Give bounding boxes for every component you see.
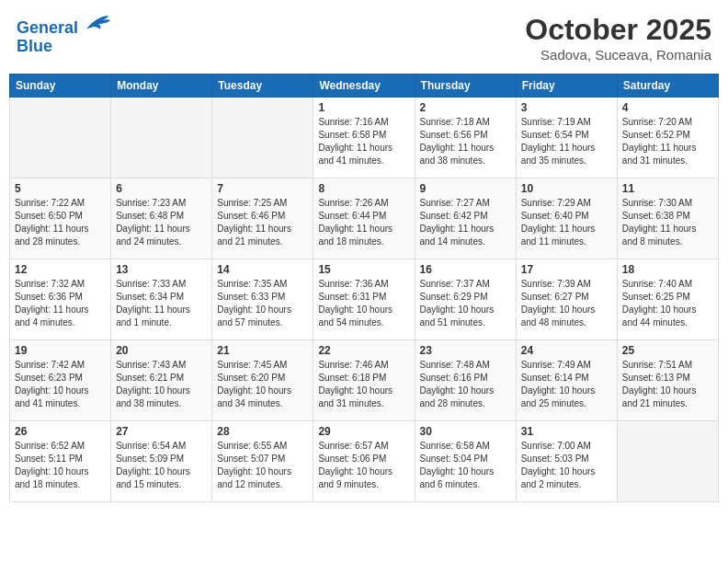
calendar-cell: 16Sunrise: 7:37 AM Sunset: 6:29 PM Dayli… <box>415 259 516 340</box>
calendar-cell: 18Sunrise: 7:40 AM Sunset: 6:25 PM Dayli… <box>617 259 718 340</box>
month-title: October 2025 <box>525 13 711 47</box>
day-number: 5 <box>15 182 106 195</box>
day-info: Sunrise: 7:36 AM Sunset: 6:31 PM Dayligh… <box>318 278 409 329</box>
day-number: 26 <box>15 425 106 438</box>
day-number: 27 <box>116 425 207 438</box>
day-info: Sunrise: 6:57 AM Sunset: 5:06 PM Dayligh… <box>318 440 409 491</box>
day-info: Sunrise: 7:51 AM Sunset: 6:13 PM Dayligh… <box>622 359 713 410</box>
day-number: 22 <box>318 344 409 357</box>
day-info: Sunrise: 7:42 AM Sunset: 6:23 PM Dayligh… <box>15 359 106 410</box>
weekday-header-friday: Friday <box>516 75 617 98</box>
day-number: 11 <box>622 182 713 195</box>
location: Sadova, Suceava, Romania <box>525 47 711 63</box>
calendar-cell: 31Sunrise: 7:00 AM Sunset: 5:03 PM Dayli… <box>516 421 617 502</box>
weekday-header-thursday: Thursday <box>415 75 516 98</box>
calendar-cell: 28Sunrise: 6:55 AM Sunset: 5:07 PM Dayli… <box>212 421 313 502</box>
calendar-cell: 21Sunrise: 7:45 AM Sunset: 6:20 PM Dayli… <box>212 340 313 421</box>
calendar-cell: 1Sunrise: 7:16 AM Sunset: 6:58 PM Daylig… <box>313 98 415 178</box>
day-number: 6 <box>116 182 207 195</box>
weekday-header-row: SundayMondayTuesdayWednesdayThursdayFrid… <box>10 75 719 98</box>
day-info: Sunrise: 7:40 AM Sunset: 6:25 PM Dayligh… <box>622 278 713 329</box>
day-info: Sunrise: 7:27 AM Sunset: 6:42 PM Dayligh… <box>420 197 511 248</box>
calendar-cell: 12Sunrise: 7:32 AM Sunset: 6:36 PM Dayli… <box>10 259 111 340</box>
day-number: 28 <box>217 425 308 438</box>
day-number: 2 <box>420 101 511 114</box>
calendar-cell <box>617 421 718 502</box>
calendar-cell: 30Sunrise: 6:58 AM Sunset: 5:04 PM Dayli… <box>415 421 516 502</box>
day-number: 1 <box>318 101 409 114</box>
day-number: 14 <box>217 263 308 276</box>
day-info: Sunrise: 6:55 AM Sunset: 5:07 PM Dayligh… <box>217 440 308 491</box>
day-info: Sunrise: 6:54 AM Sunset: 5:09 PM Dayligh… <box>116 440 207 491</box>
day-number: 21 <box>217 344 308 357</box>
day-number: 31 <box>521 425 612 438</box>
calendar-cell: 8Sunrise: 7:26 AM Sunset: 6:44 PM Daylig… <box>313 178 415 259</box>
day-number: 23 <box>420 344 511 357</box>
calendar-cell: 14Sunrise: 7:35 AM Sunset: 6:33 PM Dayli… <box>212 259 313 340</box>
logo-blue: Blue <box>17 37 52 55</box>
day-number: 25 <box>622 344 713 357</box>
day-info: Sunrise: 7:26 AM Sunset: 6:44 PM Dayligh… <box>318 197 409 248</box>
day-info: Sunrise: 7:37 AM Sunset: 6:29 PM Dayligh… <box>420 278 511 329</box>
day-info: Sunrise: 7:48 AM Sunset: 6:16 PM Dayligh… <box>420 359 511 410</box>
day-info: Sunrise: 6:52 AM Sunset: 5:11 PM Dayligh… <box>15 440 106 491</box>
calendar-cell: 15Sunrise: 7:36 AM Sunset: 6:31 PM Dayli… <box>313 259 415 340</box>
day-info: Sunrise: 7:19 AM Sunset: 6:54 PM Dayligh… <box>521 116 612 167</box>
calendar-week-4: 19Sunrise: 7:42 AM Sunset: 6:23 PM Dayli… <box>10 340 719 421</box>
day-info: Sunrise: 7:16 AM Sunset: 6:58 PM Dayligh… <box>318 116 409 167</box>
weekday-header-wednesday: Wednesday <box>313 75 415 98</box>
day-number: 17 <box>521 263 612 276</box>
calendar-cell: 2Sunrise: 7:18 AM Sunset: 6:56 PM Daylig… <box>415 98 516 178</box>
logo-bird-icon <box>85 13 110 33</box>
day-info: Sunrise: 7:39 AM Sunset: 6:27 PM Dayligh… <box>521 278 612 329</box>
day-info: Sunrise: 7:46 AM Sunset: 6:18 PM Dayligh… <box>318 359 409 410</box>
calendar-cell: 5Sunrise: 7:22 AM Sunset: 6:50 PM Daylig… <box>10 178 111 259</box>
day-number: 15 <box>318 263 409 276</box>
calendar-cell: 24Sunrise: 7:49 AM Sunset: 6:14 PM Dayli… <box>516 340 617 421</box>
day-info: Sunrise: 7:22 AM Sunset: 6:50 PM Dayligh… <box>15 197 106 248</box>
day-info: Sunrise: 7:49 AM Sunset: 6:14 PM Dayligh… <box>521 359 612 410</box>
calendar-cell <box>111 98 212 178</box>
day-number: 4 <box>622 101 713 114</box>
calendar-cell <box>212 98 313 178</box>
page-header: General Blue October 2025 Sadova, Suceav… <box>9 9 719 66</box>
day-number: 13 <box>116 263 207 276</box>
day-number: 18 <box>622 263 713 276</box>
day-info: Sunrise: 7:18 AM Sunset: 6:56 PM Dayligh… <box>420 116 511 167</box>
day-number: 29 <box>318 425 409 438</box>
day-info: Sunrise: 7:23 AM Sunset: 6:48 PM Dayligh… <box>116 197 207 248</box>
calendar-cell: 23Sunrise: 7:48 AM Sunset: 6:16 PM Dayli… <box>415 340 516 421</box>
calendar-week-2: 5Sunrise: 7:22 AM Sunset: 6:50 PM Daylig… <box>10 178 719 259</box>
calendar-cell: 19Sunrise: 7:42 AM Sunset: 6:23 PM Dayli… <box>10 340 111 421</box>
day-info: Sunrise: 7:30 AM Sunset: 6:38 PM Dayligh… <box>622 197 713 248</box>
calendar-cell: 7Sunrise: 7:25 AM Sunset: 6:46 PM Daylig… <box>212 178 313 259</box>
title-section: October 2025 Sadova, Suceava, Romania <box>525 13 711 63</box>
day-number: 8 <box>318 182 409 195</box>
calendar-cell: 17Sunrise: 7:39 AM Sunset: 6:27 PM Dayli… <box>516 259 617 340</box>
calendar-cell: 27Sunrise: 6:54 AM Sunset: 5:09 PM Dayli… <box>111 421 212 502</box>
weekday-header-saturday: Saturday <box>617 75 718 98</box>
calendar-cell <box>10 98 111 178</box>
day-number: 16 <box>420 263 511 276</box>
day-info: Sunrise: 7:43 AM Sunset: 6:21 PM Dayligh… <box>116 359 207 410</box>
day-number: 12 <box>15 263 106 276</box>
calendar-cell: 26Sunrise: 6:52 AM Sunset: 5:11 PM Dayli… <box>10 421 111 502</box>
calendar-cell: 10Sunrise: 7:29 AM Sunset: 6:40 PM Dayli… <box>516 178 617 259</box>
calendar-week-1: 1Sunrise: 7:16 AM Sunset: 6:58 PM Daylig… <box>10 98 719 178</box>
day-info: Sunrise: 7:20 AM Sunset: 6:52 PM Dayligh… <box>622 116 713 167</box>
calendar-cell: 11Sunrise: 7:30 AM Sunset: 6:38 PM Dayli… <box>617 178 718 259</box>
calendar-cell: 25Sunrise: 7:51 AM Sunset: 6:13 PM Dayli… <box>617 340 718 421</box>
weekday-header-tuesday: Tuesday <box>212 75 313 98</box>
logo: General Blue <box>17 13 110 56</box>
day-number: 30 <box>420 425 511 438</box>
day-info: Sunrise: 6:58 AM Sunset: 5:04 PM Dayligh… <box>420 440 511 491</box>
calendar-table: SundayMondayTuesdayWednesdayThursdayFrid… <box>9 74 719 502</box>
day-info: Sunrise: 7:45 AM Sunset: 6:20 PM Dayligh… <box>217 359 308 410</box>
logo-general: General <box>17 18 78 37</box>
day-info: Sunrise: 7:35 AM Sunset: 6:33 PM Dayligh… <box>217 278 308 329</box>
day-info: Sunrise: 7:33 AM Sunset: 6:34 PM Dayligh… <box>116 278 207 329</box>
day-number: 19 <box>15 344 106 357</box>
day-info: Sunrise: 7:00 AM Sunset: 5:03 PM Dayligh… <box>521 440 612 491</box>
calendar-week-5: 26Sunrise: 6:52 AM Sunset: 5:11 PM Dayli… <box>10 421 719 502</box>
calendar-cell: 4Sunrise: 7:20 AM Sunset: 6:52 PM Daylig… <box>617 98 718 178</box>
